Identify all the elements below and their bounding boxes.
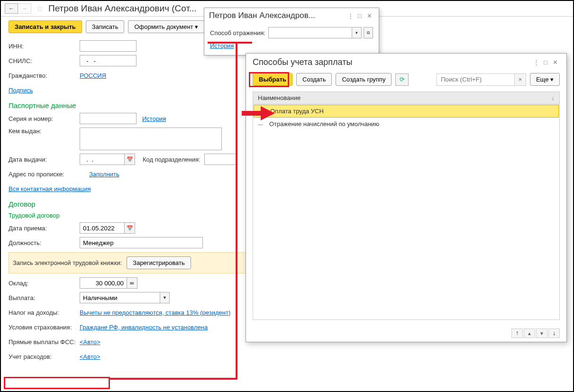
column-name-label: Наименование — [258, 94, 552, 101]
dept-code-input[interactable] — [204, 154, 237, 165]
list-column-header[interactable]: Наименование ↓ — [253, 91, 560, 104]
scroll-up-icon[interactable]: ▲ — [524, 328, 535, 338]
salary-methods-dialog: Способы учета зарплаты ⋮ □ ✕ Выбрать Соз… — [246, 53, 567, 342]
scroll-down-icon[interactable]: ▼ — [536, 328, 547, 338]
item-text: Оплата труда УСН — [270, 108, 324, 115]
fill-address-link[interactable]: Заполнить — [89, 171, 119, 178]
insurance-link[interactable]: Граждане РФ, инвалидность не установлена — [80, 324, 208, 331]
select-button[interactable]: Выбрать — [253, 73, 292, 86]
create-document-button[interactable]: Оформить документ ▾ — [128, 20, 204, 33]
calculator-icon[interactable]: ⩸ — [127, 277, 137, 289]
inn-label: ИНН: — [9, 43, 80, 50]
item-text: Отражение начислений по умолчанию — [269, 120, 379, 128]
citizenship-label: Гражданство: — [9, 72, 80, 79]
position-input[interactable] — [80, 237, 203, 248]
item-icon: — — [259, 109, 265, 114]
expenses-label: Учет расходов: — [9, 353, 80, 360]
issue-date-input[interactable] — [80, 154, 125, 165]
dialog-title: Способы учета зарплаты — [253, 57, 531, 67]
issued-by-label: Кем выдан: — [9, 128, 80, 135]
calendar-icon[interactable]: 📅 — [125, 222, 135, 234]
method-input[interactable] — [268, 27, 352, 38]
reflection-method-dialog: Петров Иван Александров... ⋮ □ ✕ Способ … — [204, 8, 379, 55]
workbook-note-text: Запись электронной трудовой книжки: — [13, 259, 122, 266]
favorite-star-icon[interactable]: ☆ — [36, 3, 44, 14]
close-icon[interactable]: ✕ — [550, 59, 560, 66]
create-button[interactable]: Создать — [296, 73, 332, 86]
series-label: Серия и номер: — [9, 115, 80, 122]
annotation-line — [109, 378, 237, 380]
series-input[interactable] — [80, 113, 137, 124]
fss-link[interactable]: <Авто> — [80, 338, 100, 346]
position-label: Должность: — [9, 239, 80, 246]
scroll-top-icon[interactable]: ⤒ — [511, 328, 523, 338]
list-item[interactable]: — Оплата труда УСН — [254, 105, 559, 118]
save-and-close-button[interactable]: Записать и закрыть — [9, 20, 82, 33]
dept-code-label: Код подразделения: — [143, 156, 200, 163]
dialog-title: Петров Иван Александров... — [209, 11, 346, 20]
hire-date-input[interactable] — [80, 222, 125, 234]
maximize-icon[interactable]: □ — [355, 12, 364, 19]
annotation-box — [4, 377, 110, 389]
list-item[interactable]: — Отражение начислений по умолчанию — [253, 118, 559, 130]
more-icon[interactable]: ⋮ — [531, 59, 541, 66]
expenses-link[interactable]: <Авто> — [80, 353, 100, 360]
payment-input[interactable] — [80, 292, 160, 303]
scroll-bottom-icon[interactable]: ⤓ — [548, 328, 560, 338]
close-icon[interactable]: ✕ — [364, 12, 374, 19]
method-label: Способ отражения: — [210, 29, 265, 36]
fss-label: Прямые выплаты ФСС: — [9, 338, 80, 346]
more-icon[interactable]: ⋮ — [346, 12, 355, 19]
dropdown-icon[interactable]: ▼ — [160, 292, 170, 303]
save-button[interactable]: Записать — [86, 20, 125, 33]
create-group-button[interactable]: Создать группу — [336, 73, 392, 86]
payment-label: Выплата: — [9, 294, 80, 301]
dropdown-icon[interactable]: ▾ — [352, 27, 362, 38]
item-icon: — — [258, 121, 264, 127]
inn-input[interactable] — [80, 40, 137, 52]
maximize-icon[interactable]: □ — [541, 59, 550, 66]
all-contacts-link[interactable]: Вся контактная информация — [9, 185, 91, 192]
tax-label: Налог на доходы: — [9, 309, 80, 316]
sort-icon: ↓ — [552, 94, 555, 101]
hire-date-label: Дата приема: — [9, 225, 80, 232]
issue-date-label: Дата выдачи: — [9, 156, 80, 163]
passport-history-link[interactable]: История — [142, 115, 166, 122]
issued-by-input[interactable] — [80, 128, 222, 150]
calendar-icon[interactable]: 📅 — [125, 154, 135, 165]
more-button[interactable]: Еще ▾ — [530, 73, 560, 86]
salary-label: Оклад: — [9, 280, 80, 287]
nav-back-button[interactable]: ← — [5, 3, 18, 14]
methods-list: — Оплата труда УСН — Отражение начислени… — [253, 104, 560, 320]
snils-input[interactable] — [80, 55, 137, 66]
citizenship-link[interactable]: РОССИЯ — [80, 72, 106, 79]
address-label: Адрес по прописке: — [9, 171, 89, 178]
nav-forward-button[interactable]: → — [18, 3, 31, 14]
signature-link[interactable]: Подпись — [9, 87, 33, 94]
tax-link[interactable]: Вычеты не предоставляются, ставка 13% (р… — [80, 309, 230, 316]
search-input[interactable] — [437, 73, 515, 86]
insurance-label: Условия страхования: — [9, 324, 80, 331]
method-history-link[interactable]: История — [210, 42, 234, 49]
open-icon[interactable]: ⧉ — [364, 27, 373, 38]
snils-label: СНИЛС: — [9, 57, 80, 64]
salary-input[interactable] — [80, 277, 127, 289]
page-title: Петров Иван Александрович (Сот... — [48, 3, 197, 14]
clear-search-icon[interactable]: × — [515, 73, 526, 86]
refresh-icon[interactable]: ⟳ — [395, 73, 409, 86]
scroll-controls: ⤒ ▲ ▼ ⤓ — [511, 328, 560, 338]
register-button[interactable]: Зарегистрировать — [127, 256, 191, 269]
